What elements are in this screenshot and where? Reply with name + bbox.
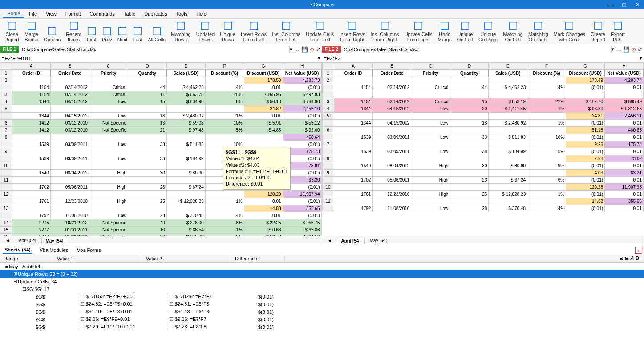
ribbon-update-cells[interactable]: Update Cellsfrom Right — [402, 19, 435, 43]
file1-path-input[interactable] — [20, 46, 289, 53]
cell[interactable]: 15 — [450, 98, 489, 105]
row-hdr[interactable] — [0, 170, 12, 177]
col-hdr[interactable]: H — [283, 63, 321, 70]
cell[interactable]: 1792 — [334, 205, 373, 212]
cell[interactable]: Low — [89, 113, 128, 120]
cell[interactable]: 10/21/2012 — [50, 219, 89, 227]
ribbon-unique[interactable]: UniqueOn Left — [454, 19, 476, 43]
ribbon-matching[interactable]: MatchingOn Right — [526, 19, 551, 43]
cell[interactable]: 22% — [527, 98, 566, 105]
cell[interactable]: 7.28 — [566, 155, 605, 162]
cell[interactable]: Not Specifie — [89, 120, 128, 127]
ribbon-ins.-columns[interactable]: Ins. ColumnsFrom Left — [269, 19, 303, 43]
cell[interactable]: Critical — [89, 91, 128, 98]
diff-col-hdr[interactable]: Value 2 — [142, 256, 231, 261]
ribbon-matching[interactable]: MatchingRows — [168, 19, 194, 43]
ribbon-recent[interactable]: RecentItems — [63, 19, 84, 43]
tree-toggle-icon[interactable]: ⊟ — [4, 263, 9, 269]
cell[interactable]: 11 — [128, 91, 166, 98]
cell[interactable]: $ 4.88 — [244, 127, 283, 134]
ribbon-updated[interactable]: UpdatedRows — [194, 19, 218, 43]
cell[interactable]: Not Specifie — [89, 219, 128, 227]
cell[interactable] — [205, 105, 244, 113]
cell[interactable] — [450, 184, 489, 191]
ribbon-undo[interactable]: UndoMerge — [435, 19, 454, 43]
save-icon[interactable]: 💾 — [301, 46, 308, 53]
ribbon-all-cells[interactable]: All Cells — [145, 19, 168, 43]
ribbon-matching[interactable]: MatchingOn Left — [500, 19, 526, 43]
cell[interactable]: 175.74 — [605, 141, 644, 148]
cell[interactable]: $ 65.86 — [283, 227, 321, 234]
cell[interactable] — [411, 141, 450, 148]
cell[interactable]: 1539 — [12, 141, 51, 148]
cell[interactable] — [50, 134, 89, 141]
row-hdr[interactable]: 9 — [322, 170, 334, 177]
menu-format[interactable]: Format — [61, 10, 85, 17]
ribbon-mark-changes[interactable]: Mark Changeswith Color — [551, 19, 588, 43]
diff-row[interactable]: ⊟May - April: 54 — [0, 263, 644, 270]
cell[interactable] — [89, 162, 128, 170]
close-icon[interactable]: ✕ — [631, 2, 644, 8]
col-hdr[interactable]: B — [50, 63, 89, 70]
cell[interactable]: 460.65 — [605, 127, 644, 134]
cell[interactable]: 02/14/2012 — [50, 84, 89, 91]
cell[interactable]: (0.01) — [283, 84, 321, 91]
cell[interactable]: 0.01 — [244, 113, 283, 120]
cell[interactable] — [205, 191, 244, 198]
bottom-tab[interactable]: Vba Forms — [75, 247, 103, 254]
ribbon-last[interactable]: Last — [130, 19, 145, 43]
cell[interactable]: 12/23/2010 — [373, 191, 411, 198]
cell[interactable] — [89, 191, 128, 198]
cell[interactable] — [373, 91, 411, 98]
cell[interactable]: (0.01) — [283, 113, 321, 120]
diff-row[interactable]: $G$☐ $51.19: =E8*F8+0.01☐ $51.18: =E6*F6… — [0, 308, 644, 316]
cell[interactable]: 6% — [205, 98, 244, 105]
cell[interactable]: 1540 — [12, 170, 51, 177]
cell[interactable] — [411, 170, 450, 177]
field-header[interactable]: Net Value (USD) — [605, 70, 644, 77]
formula-input-right[interactable] — [324, 56, 640, 61]
cell[interactable]: 4% — [205, 84, 244, 91]
cell[interactable] — [12, 191, 51, 198]
row-hdr[interactable]: 4 — [0, 98, 12, 105]
cell[interactable]: High — [411, 162, 450, 170]
corner[interactable] — [0, 63, 12, 70]
cell[interactable]: 0.01 — [605, 191, 644, 198]
diff-col-hdr[interactable]: Difference — [231, 256, 285, 261]
cell[interactable]: 4% — [205, 212, 244, 219]
cell[interactable] — [411, 184, 450, 191]
cell[interactable] — [527, 91, 566, 98]
row-hdr[interactable] — [322, 177, 334, 184]
cell[interactable]: 12/23/2010 — [50, 198, 89, 205]
diff-row[interactable]: $G$☐ $24.82: =E5*F5+0.01☐ $24.81: =E5*F5… — [0, 300, 644, 308]
cell[interactable]: 7% — [527, 105, 566, 113]
cell[interactable]: Low — [411, 205, 450, 212]
col-hdr[interactable]: G — [244, 63, 283, 70]
ribbon-merge[interactable]: MergeBooks — [22, 19, 41, 43]
cell[interactable] — [527, 155, 566, 162]
col-hdr[interactable]: G — [566, 63, 605, 70]
cell[interactable] — [89, 134, 128, 141]
cell[interactable] — [334, 91, 373, 98]
col-hdr[interactable]: A — [334, 63, 373, 70]
cell[interactable]: Low — [411, 134, 450, 141]
cell[interactable]: 25 — [450, 191, 489, 198]
cell[interactable]: 33 — [128, 141, 166, 148]
cell[interactable] — [166, 134, 205, 141]
row-hdr[interactable]: 2 — [322, 77, 334, 84]
cell[interactable]: Critical — [89, 84, 128, 91]
cell[interactable] — [334, 155, 373, 162]
cell[interactable]: 30 — [450, 162, 489, 170]
cell[interactable]: $ 67.24 — [489, 177, 527, 184]
cell[interactable]: $ 255.75 — [283, 219, 321, 227]
diff-col-hdr[interactable]: Range — [0, 256, 53, 261]
cell[interactable]: 44 — [128, 84, 166, 91]
cell[interactable]: 24.82 — [244, 105, 283, 113]
bottom-tab[interactable]: Sheets (54) — [3, 246, 32, 254]
cell[interactable] — [527, 113, 566, 120]
ribbon-unique[interactable]: UniqueRows — [217, 19, 238, 43]
sheet-tab[interactable]: April [54] — [15, 238, 40, 243]
cell[interactable] — [334, 141, 373, 148]
cell[interactable]: 14.82 — [566, 198, 605, 205]
col-hdr[interactable]: F — [527, 63, 566, 70]
